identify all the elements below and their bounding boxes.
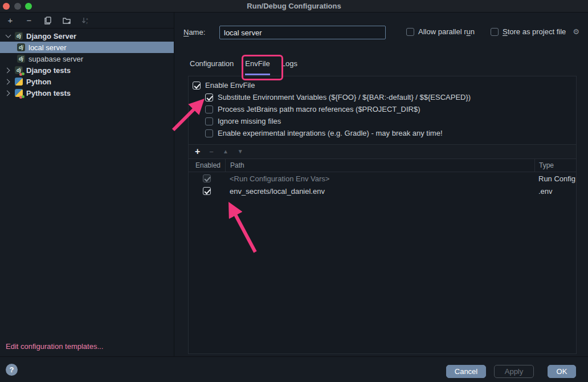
chevron-down-icon[interactable]: [6, 34, 10, 38]
add-icon[interactable]: +: [6, 16, 15, 25]
tree-item-label: Django tests: [26, 66, 71, 75]
tree-item-label: supabase server: [28, 55, 83, 63]
column-header-enabled[interactable]: Enabled: [189, 161, 225, 169]
store-as-project-file-checkbox[interactable]: [491, 28, 499, 36]
label-mnemonic: S: [503, 27, 508, 36]
row-type: .env: [534, 187, 576, 196]
sidebar-toolbar: + − az: [0, 13, 174, 29]
sort-alphabetically-icon: az: [81, 16, 90, 25]
column-header-path[interactable]: Path: [225, 159, 534, 172]
option-ignore-missing-files: Ignore missing files: [189, 115, 576, 127]
envfile-options: Enable EnvFile Substitute Environment Va…: [189, 76, 576, 139]
allow-parallel-run-label: Allow parallel run: [418, 27, 475, 36]
chevron-right-icon[interactable]: [6, 91, 10, 95]
cancel-button[interactable]: Cancel: [446, 365, 486, 378]
copy-icon[interactable]: [43, 16, 52, 25]
remove-icon[interactable]: −: [24, 16, 34, 25]
title-bar: Run/Debug Configurations: [0, 0, 588, 13]
enable-envfile-checkbox[interactable]: [193, 82, 201, 90]
chevron-right-icon[interactable]: [6, 79, 10, 84]
test-marks-icon: [19, 72, 24, 76]
edit-configuration-templates-link[interactable]: Edit configuration templates...: [6, 342, 103, 351]
store-as-project-file-option: Store as project file ⚙: [491, 27, 579, 36]
tab-logs[interactable]: Logs: [281, 59, 297, 75]
python-icon: [15, 78, 23, 86]
django-icon: dj: [15, 32, 23, 40]
row-path: env_secrets/local_daniel.env: [225, 187, 534, 196]
option-experimental-integrations: Enable experimental integrations (e.g. G…: [189, 127, 576, 139]
option-label: Substitute Environment Variables (${FOO}…: [218, 93, 471, 101]
tree-item-supabase-server[interactable]: dj supabase server: [0, 53, 174, 64]
label-part: tore as project file: [508, 27, 566, 36]
process-path-macros-checkbox[interactable]: [205, 105, 213, 113]
window-title: Run/Debug Configurations: [0, 2, 588, 10]
new-folder-icon[interactable]: [62, 16, 71, 25]
experimental-integrations-checkbox[interactable]: [205, 129, 213, 137]
ok-button[interactable]: OK: [548, 365, 576, 378]
svg-text:a: a: [86, 17, 88, 21]
main-panel: Name: Allow parallel run Store as projec…: [175, 13, 588, 356]
label-part: n: [471, 27, 475, 36]
tree-item-python[interactable]: Python: [0, 76, 174, 87]
tab-envfile[interactable]: EnvFile: [245, 59, 270, 75]
name-label-rest: ame:: [189, 28, 205, 36]
tree-item-label: Django Server: [26, 32, 76, 40]
run-debug-configurations-dialog: Run/Debug Configurations + − az dj Djang…: [0, 0, 588, 382]
ignore-missing-files-checkbox[interactable]: [205, 117, 213, 125]
tree-item-label: Python: [26, 78, 51, 86]
tab-configuration[interactable]: Configuration: [190, 59, 234, 75]
add-icon[interactable]: +: [195, 147, 200, 156]
option-substitute-env-vars: Substitute Environment Variables (${FOO}…: [189, 91, 576, 103]
table-row[interactable]: env_secrets/local_daniel.env .env: [189, 185, 576, 197]
label-mnemonic: u: [467, 27, 471, 36]
row-path: <Run Configuration Env Vars>: [225, 174, 534, 183]
move-down-icon: ▼: [238, 149, 243, 155]
option-process-path-macros: Process JetBrains path macro references …: [189, 103, 576, 115]
name-row: Name: Allow parallel run Store as projec…: [175, 26, 588, 39]
option-label: Enable experimental integrations (e.g. G…: [218, 129, 443, 137]
name-input[interactable]: [219, 26, 386, 39]
row-enabled-checkbox: [203, 174, 211, 182]
option-label: Ignore missing files: [218, 117, 281, 125]
option-label: Process JetBrains path macro references …: [218, 105, 420, 113]
apply-button: Apply: [494, 365, 534, 378]
remove-icon: −: [209, 148, 214, 156]
store-as-project-file-label: Store as project file: [503, 27, 566, 36]
label-part: Allow parallel r: [418, 27, 467, 36]
configurations-tree: dj Django Server dj local server dj supa…: [0, 29, 174, 99]
django-icon: dj: [17, 55, 25, 63]
tree-item-label: local server: [28, 43, 66, 52]
option-label: Enable EnvFile: [205, 81, 255, 90]
config-tabs: Configuration EnvFile Logs: [190, 59, 297, 75]
name-label: Name:: [183, 28, 205, 36]
help-button[interactable]: ?: [6, 364, 18, 376]
row-type: Run Config: [534, 174, 576, 183]
name-mnemonic: N: [183, 28, 189, 36]
env-files-table: + − ▲ ▼ Enabled Path Type <Run Configura…: [189, 144, 576, 353]
dialog-footer: ? Cancel Apply OK: [0, 356, 588, 382]
envfile-tab-content: Enable EnvFile Substitute Environment Va…: [188, 76, 577, 354]
tree-item-label: Python tests: [26, 89, 71, 97]
table-row[interactable]: <Run Configuration Env Vars> Run Config: [189, 172, 576, 185]
allow-parallel-run-option: Allow parallel run: [406, 27, 475, 36]
tree-item-django-server[interactable]: dj Django Server: [0, 30, 174, 42]
env-table-toolbar: + − ▲ ▼: [189, 145, 576, 159]
configurations-sidebar: + − az dj Django Server dj local server: [0, 13, 174, 356]
svg-text:z: z: [86, 21, 88, 25]
tree-item-local-server[interactable]: dj local server: [0, 42, 174, 53]
python-tests-icon: [15, 89, 23, 97]
chevron-right-icon[interactable]: [6, 68, 10, 72]
move-up-icon: ▲: [223, 149, 228, 155]
substitute-env-vars-checkbox[interactable]: [205, 94, 213, 101]
option-enable-envfile: Enable EnvFile: [189, 79, 576, 91]
tree-item-python-tests[interactable]: Python tests: [0, 87, 174, 99]
allow-parallel-run-checkbox[interactable]: [406, 28, 414, 36]
gear-icon[interactable]: ⚙: [573, 27, 579, 36]
django-tests-icon: dj: [15, 66, 23, 74]
row-enabled-checkbox[interactable]: [203, 187, 211, 195]
test-marks-icon: [19, 95, 24, 99]
tree-item-django-tests[interactable]: dj Django tests: [0, 64, 174, 76]
django-icon: dj: [17, 43, 25, 51]
env-table-header: Enabled Path Type: [189, 159, 576, 172]
column-header-type[interactable]: Type: [534, 159, 576, 172]
